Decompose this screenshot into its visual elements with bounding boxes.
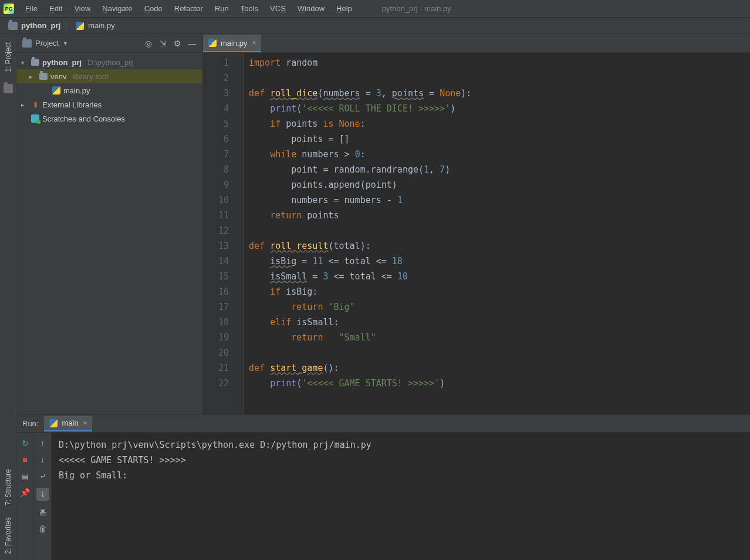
python-file-icon <box>208 38 217 48</box>
sidebar-tab-project[interactable]: 1: Project <box>3 36 13 78</box>
menu-help[interactable]: Help <box>331 2 357 15</box>
run-toolbar-2: ↑ ↓ ⤶ ⤓ 🖶 🗑 <box>34 433 52 560</box>
tree-root-path: D:\python_prj <box>87 58 133 67</box>
breadcrumb-file[interactable]: main.py <box>75 21 115 31</box>
editor-tab-label: main.py <box>221 39 248 48</box>
code-content[interactable]: import random def roll_dice(numbers = 3,… <box>244 53 471 414</box>
breadcrumb-bar: python_prj 〉 main.py <box>0 18 750 34</box>
library-icon: ⫴ <box>31 100 40 109</box>
project-panel-header: Project ▼ ◎ ⇲ ⚙ — <box>16 34 202 53</box>
run-panel: Run: main × ↻ ■ ▤ 📌 ↑ ↓ ⤶ ⤓ <box>16 414 750 560</box>
folder-icon <box>8 22 18 30</box>
down-icon[interactable]: ↓ <box>38 455 48 464</box>
close-icon[interactable]: × <box>83 419 87 427</box>
menu-code[interactable]: Code <box>139 2 168 15</box>
wrap-icon[interactable]: ⤶ <box>38 471 48 481</box>
tree-external-label: External Libraries <box>42 100 102 109</box>
expand-icon[interactable]: ⇲ <box>158 39 167 48</box>
scratches-icon <box>31 114 39 123</box>
project-panel: Project ▼ ◎ ⇲ ⚙ — ▾ python_prj <box>16 34 203 414</box>
breadcrumb-project-label: python_prj <box>21 21 60 30</box>
tree-venv-label: venv <box>50 72 66 81</box>
python-file-icon <box>49 419 58 428</box>
menu-vcs[interactable]: VCS <box>265 2 291 15</box>
fold-gutter[interactable] <box>235 53 244 414</box>
tree-mainfile-label: main.py <box>63 86 90 95</box>
python-file-icon <box>75 21 85 31</box>
breadcrumb-separator: 〉 <box>64 21 72 31</box>
rerun-icon[interactable]: ↻ <box>21 438 30 448</box>
app-icon: PC <box>4 4 14 14</box>
menu-refactor[interactable]: Refactor <box>169 2 208 15</box>
minimize-icon[interactable]: — <box>188 39 197 48</box>
sidebar-tab-favorites[interactable]: 2: Favorites <box>3 511 13 560</box>
menu-run[interactable]: Run <box>210 2 234 15</box>
folder-icon <box>39 73 48 80</box>
tree-venv-note: library root <box>72 72 108 81</box>
locate-icon[interactable]: ◎ <box>144 39 153 48</box>
chevron-right-icon[interactable]: ▸ <box>29 73 36 80</box>
layout-icon[interactable]: ▤ <box>21 471 30 481</box>
menu-tools[interactable]: Tools <box>235 2 263 15</box>
folder-icon[interactable] <box>4 84 13 93</box>
scroll-icon[interactable]: ⤓ <box>36 488 49 501</box>
tree-scratches-label: Scratches and Consoles <box>42 114 125 123</box>
menu-file[interactable]: File <box>20 2 43 15</box>
code-editor[interactable]: 12345678910111213141516171819202122 impo… <box>203 53 750 414</box>
menu-bar: PC File Edit View Navigate Code Refactor… <box>0 0 750 18</box>
menu-navigate[interactable]: Navigate <box>97 2 137 15</box>
run-tab-label: main <box>62 419 78 427</box>
breadcrumb-project[interactable]: python_prj <box>8 21 60 30</box>
tree-scratches[interactable]: Scratches and Consoles <box>16 112 202 126</box>
line-number-gutter: 12345678910111213141516171819202122 <box>203 53 235 414</box>
folder-icon <box>22 39 32 48</box>
up-icon[interactable]: ↑ <box>38 438 48 448</box>
menu-view[interactable]: View <box>69 2 96 15</box>
gear-icon[interactable]: ⚙ <box>173 39 182 48</box>
editor-tab-main[interactable]: main.py × <box>203 35 261 52</box>
console-output[interactable]: D:\python_prj\venv\Scripts\python.exe D:… <box>52 433 750 560</box>
folder-icon <box>31 59 39 66</box>
stop-icon[interactable]: ■ <box>21 455 30 464</box>
print-icon[interactable]: 🖶 <box>38 508 48 517</box>
trash-icon[interactable]: 🗑 <box>38 524 48 534</box>
project-tree: ▾ python_prj D:\python_prj ▸ venv librar… <box>16 53 202 128</box>
python-file-icon <box>52 86 61 95</box>
tree-mainfile[interactable]: main.py <box>16 83 202 97</box>
dropdown-icon[interactable]: ▼ <box>62 40 68 46</box>
menu-window[interactable]: Window <box>292 2 330 15</box>
run-tab-main[interactable]: main × <box>44 416 92 431</box>
editor-tabs: main.py × <box>203 34 750 53</box>
tree-external-libs[interactable]: ▸ ⫴ External Libraries <box>16 97 202 112</box>
tree-root-label: python_prj <box>42 58 82 67</box>
run-toolbar-1: ↻ ■ ▤ 📌 <box>16 433 34 560</box>
project-panel-title[interactable]: Project <box>35 39 59 48</box>
chevron-right-icon[interactable]: ▸ <box>21 102 28 108</box>
run-label: Run: <box>22 419 38 428</box>
close-icon[interactable]: × <box>252 39 256 47</box>
pin-icon[interactable]: 📌 <box>21 488 30 497</box>
tree-venv[interactable]: ▸ venv library root <box>16 69 202 83</box>
sidebar-tab-structure[interactable]: 7: Structure <box>3 463 13 511</box>
tree-root[interactable]: ▾ python_prj D:\python_prj <box>16 55 202 69</box>
chevron-down-icon[interactable]: ▾ <box>21 59 28 66</box>
menu-edit[interactable]: Edit <box>44 2 67 15</box>
run-panel-header: Run: main × <box>16 415 750 433</box>
editor-area: main.py × 123456789101112131415161718192… <box>203 34 750 414</box>
window-title: python_prj - main.py <box>382 4 451 13</box>
breadcrumb-file-label: main.py <box>88 21 115 30</box>
